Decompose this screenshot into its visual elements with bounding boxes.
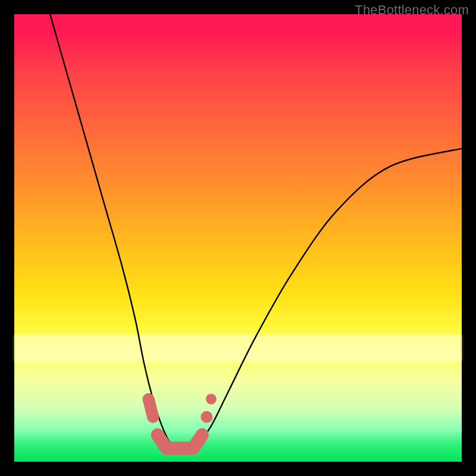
marker-left bbox=[149, 399, 154, 417]
marker-basin bbox=[158, 435, 202, 449]
chart-svg bbox=[14, 14, 462, 462]
watermark-text: TheBottleneck.com bbox=[355, 2, 469, 18]
chart-plot-area bbox=[14, 14, 462, 462]
highlighted-range-markers bbox=[149, 394, 217, 449]
marker-dot bbox=[206, 394, 217, 405]
bottleneck-curve bbox=[50, 14, 462, 449]
marker-dot bbox=[201, 411, 212, 423]
